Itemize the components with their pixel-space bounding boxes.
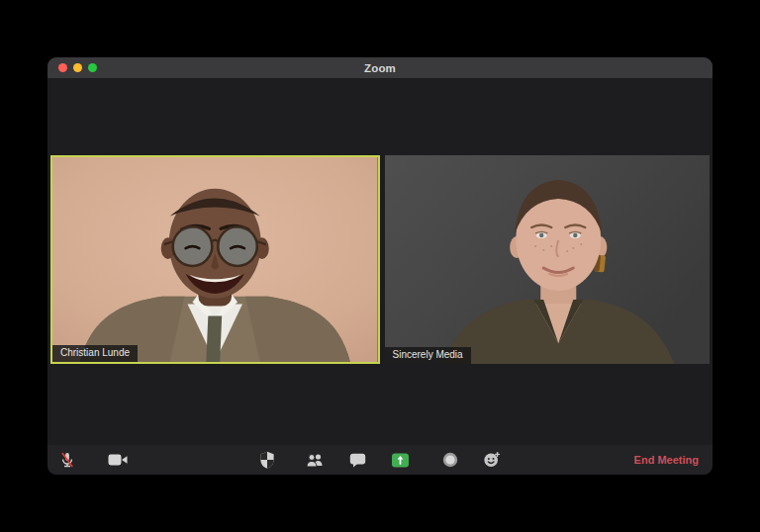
- mute-button[interactable]: [53, 445, 81, 475]
- meeting-toolbar: End Meeting: [48, 445, 712, 475]
- video-tiles: Christian Lunde: [50, 155, 710, 364]
- participant-portrait-man: [52, 157, 378, 362]
- participant-name-label: Christian Lunde: [52, 345, 138, 362]
- zoom-window: Zoom: [48, 57, 712, 475]
- video-stage: Christian Lunde: [48, 78, 712, 445]
- video-camera-icon: [108, 453, 128, 467]
- video-tile-sincerely-media[interactable]: Sincerely Media: [385, 155, 711, 364]
- chat-button[interactable]: [343, 445, 371, 475]
- end-meeting-button[interactable]: End Meeting: [634, 445, 699, 475]
- reactions-button[interactable]: [478, 445, 506, 475]
- share-screen-button[interactable]: [386, 445, 414, 475]
- participant-portrait-woman: [385, 155, 711, 364]
- desktop: Zoom: [0, 0, 760, 532]
- record-icon: [442, 452, 458, 468]
- record-button[interactable]: [436, 445, 464, 475]
- video-button[interactable]: [104, 445, 132, 475]
- video-tile-christian-lunde[interactable]: Christian Lunde: [50, 155, 380, 364]
- chat-bubble-icon: [349, 453, 366, 468]
- title-bar[interactable]: Zoom: [48, 57, 712, 78]
- participants-button[interactable]: [301, 445, 329, 475]
- reactions-icon: [483, 451, 501, 469]
- participants-icon: [305, 453, 325, 468]
- participant-name-label: Sincerely Media: [385, 347, 471, 364]
- security-button[interactable]: [253, 445, 281, 475]
- shield-icon: [259, 451, 275, 469]
- share-screen-icon: [392, 453, 409, 468]
- window-title: Zoom: [48, 62, 712, 74]
- microphone-muted-icon: [58, 451, 76, 469]
